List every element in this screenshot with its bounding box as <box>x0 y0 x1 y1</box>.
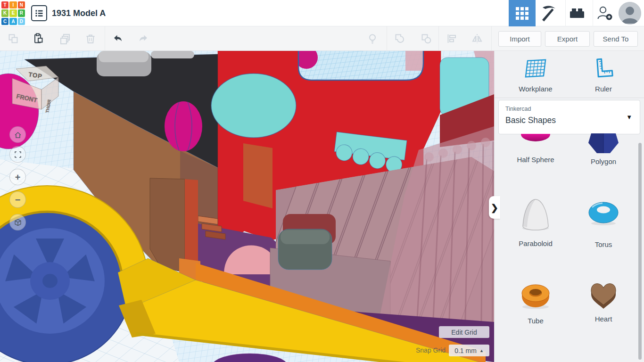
copy-button[interactable] <box>4 29 23 48</box>
shape-label: Torus <box>575 240 632 248</box>
shape-label: Half Sphere <box>507 156 564 164</box>
workplane-tool[interactable]: Workplane <box>507 58 564 93</box>
panel-divider <box>495 98 644 98</box>
align-icon <box>446 33 457 44</box>
zoom-out-button[interactable]: − <box>9 191 26 208</box>
library-selected: Basic Shapes <box>505 115 556 125</box>
send-to-button[interactable]: Send To <box>594 31 638 47</box>
pickaxe-icon <box>540 4 558 22</box>
half-sphere-icon <box>521 134 550 141</box>
redo-button[interactable] <box>134 29 153 48</box>
ungroup-icon <box>421 33 432 44</box>
armrest-box[interactable] <box>278 229 332 270</box>
ruler-label: Ruler <box>575 85 632 93</box>
toolbar-separator <box>105 26 105 51</box>
headlight-sphere-middle[interactable] <box>165 101 202 151</box>
mirror-button[interactable] <box>468 29 487 48</box>
group-button[interactable] <box>390 29 409 48</box>
copy-icon <box>8 33 19 44</box>
invite-user-button[interactable] <box>595 0 615 26</box>
shape-tube[interactable]: Tube <box>507 281 564 325</box>
undo-icon <box>112 33 124 44</box>
duplicate-button[interactable] <box>56 29 74 48</box>
firewall-panel[interactable] <box>243 143 272 208</box>
logo-tile: K <box>1 9 8 16</box>
heart-icon <box>588 279 619 309</box>
fit-view-button[interactable] <box>9 146 26 163</box>
header-separator <box>593 0 593 26</box>
logo-tile: R <box>18 9 25 16</box>
tube-icon <box>520 281 551 310</box>
import-button[interactable]: Import <box>498 31 541 47</box>
logo-tile: I <box>9 1 17 8</box>
body-pillar[interactable] <box>150 178 185 272</box>
minus-icon: − <box>15 195 21 205</box>
library-brand: Tinkercad <box>505 106 531 112</box>
shape-half-sphere[interactable]: Half Sphere <box>507 134 564 164</box>
minecraft-button[interactable] <box>538 0 559 26</box>
perspective-toggle-button[interactable] <box>9 214 26 230</box>
align-button[interactable] <box>442 29 461 48</box>
ruler-icon <box>593 58 614 79</box>
shape-label: Tube <box>507 317 564 325</box>
shape-heart[interactable]: Heart <box>575 279 632 323</box>
toolbar-separator <box>438 26 439 51</box>
shape-label: Polygon <box>575 157 632 165</box>
cube-icon <box>14 218 22 227</box>
shape-label: Paraboloid <box>507 239 564 247</box>
ruler-tool[interactable]: Ruler <box>575 58 632 93</box>
avatar-silhouette-icon <box>619 2 641 25</box>
snap-grid-label: Snap Grid <box>416 346 446 354</box>
seat-roll-cylinder[interactable] <box>211 74 296 138</box>
tinkercad-app: T I N K E R C A D 1931 Model A <box>0 0 644 362</box>
ungroup-button[interactable] <box>417 29 436 48</box>
shape-paraboloid[interactable]: Paraboloid <box>507 197 564 247</box>
torus-icon <box>587 201 619 226</box>
delete-button[interactable] <box>81 29 100 48</box>
person-add-icon <box>597 6 613 21</box>
fit-view-icon <box>14 150 22 159</box>
brick-icon <box>569 7 585 20</box>
paraboloid-icon <box>520 197 551 231</box>
shape-torus[interactable]: Torus <box>575 201 632 248</box>
group-icon <box>394 33 405 44</box>
3d-viewport[interactable]: TOP FRONT RIGHT + − Edit <box>0 51 494 362</box>
dashboard-grid-button[interactable] <box>509 0 536 26</box>
logo-tile: C <box>1 18 8 25</box>
snap-grid-select[interactable]: 0.1 mm ▲ <box>449 345 489 356</box>
show-all-button[interactable] <box>363 29 382 48</box>
brick-button[interactable] <box>568 0 586 26</box>
3d-scene[interactable]: TOP FRONT RIGHT <box>0 51 494 362</box>
polygon-icon <box>588 133 619 154</box>
logo-tile: D <box>18 18 25 25</box>
home-icon <box>14 131 22 139</box>
cab-window[interactable] <box>295 51 423 80</box>
workplane-icon <box>524 58 547 79</box>
toolbar-separator <box>491 26 492 51</box>
edit-grid-button[interactable]: Edit Grid <box>439 326 489 338</box>
export-button[interactable]: Export <box>545 31 590 47</box>
header-separator <box>565 0 566 26</box>
tinkercad-logo[interactable]: T I N K E R C A D <box>0 0 26 26</box>
mirror-icon <box>471 33 483 44</box>
paste-button[interactable] <box>28 29 47 48</box>
design-title: 1931 Model A <box>52 0 106 26</box>
panel-collapse-button[interactable]: ❯ <box>489 196 500 219</box>
redo-icon <box>137 33 149 44</box>
avatar[interactable] <box>619 2 641 25</box>
caret-up-icon: ▲ <box>479 348 484 353</box>
shapes-panel: Workplane Ruler Tinkercad Basic Shapes ▼… <box>494 51 644 362</box>
shape-label: Heart <box>575 315 632 323</box>
list-icon <box>34 8 44 18</box>
logo-tile: N <box>18 1 25 8</box>
workplane-label: Workplane <box>507 85 564 93</box>
duplicate-icon <box>59 33 71 44</box>
shape-library-dropdown[interactable]: Tinkercad Basic Shapes ▼ <box>498 100 640 134</box>
panel-scrollbar[interactable] <box>638 143 642 360</box>
zoom-in-button[interactable]: + <box>9 169 26 185</box>
home-view-button[interactable] <box>9 126 26 143</box>
logo-tile: E <box>9 9 17 16</box>
undo-button[interactable] <box>108 29 127 48</box>
design-menu-button[interactable] <box>31 5 47 21</box>
shape-polygon[interactable]: Polygon <box>575 133 632 165</box>
